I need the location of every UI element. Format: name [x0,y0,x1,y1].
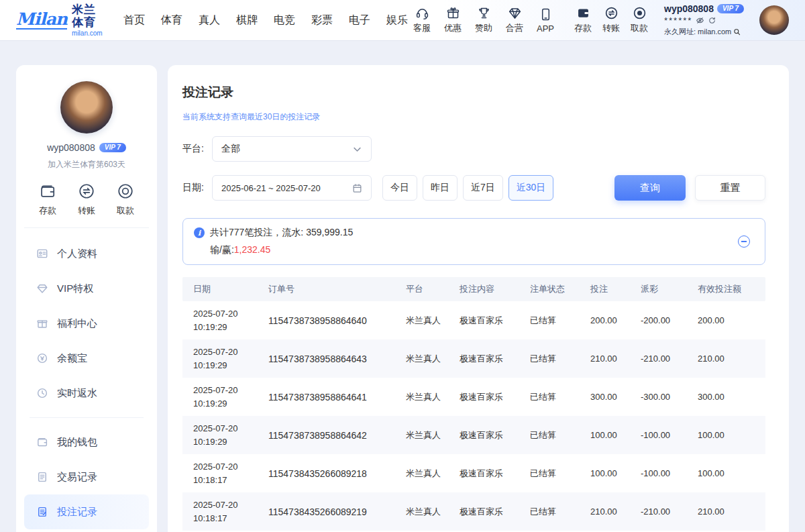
cell-date: 2025-07-20 10:19:29 [193,422,268,448]
membership-days: 加入米兰体育第603天 [24,159,149,170]
nav-menu-item[interactable]: 彩票 [311,13,333,28]
reset-button[interactable]: 重置 [695,175,765,201]
eye-off-icon[interactable] [696,16,704,25]
table-row[interactable]: 2025-07-20 10:19:29 1154738738958864641 … [182,378,765,416]
table-row[interactable]: 2025-07-20 10:19:29 1154738738958864643 … [182,339,765,378]
table-row[interactable]: 2025-07-20 10:19:29 1154738738958864640 … [182,301,765,339]
profile-avatar[interactable] [60,81,113,134]
quick-range-button[interactable]: 今日 [382,175,417,201]
transfer-icon [604,6,619,20]
nav-promo-label: 优惠 [444,22,462,34]
nav-menu-item[interactable]: 体育 [161,13,182,28]
cell-date: 2025-07-20 10:19:29 [193,307,268,333]
nav-partner-button[interactable]: 合营 [500,6,529,34]
gift-box-icon [36,317,48,329]
quick-range-button[interactable]: 近7日 [463,175,503,201]
nav-wallet-group: 存款 转账 取款 [569,6,653,34]
user-avatar[interactable] [759,5,789,35]
quick-range-button[interactable]: 昨日 [423,175,458,201]
table-row[interactable]: 2025-07-20 10:19:29 1154738738958864642 … [182,416,765,454]
calendar-icon [352,183,362,193]
cell-order-number: 1154738738958864642 [268,430,406,441]
nav-service-button[interactable]: 客服 [408,6,436,34]
target-coin-icon [117,182,134,200]
nav-withdraw-button[interactable]: 取款 [625,6,653,34]
nav-menu-item[interactable]: 娱乐 [386,13,408,28]
sidebar-item-transactions[interactable]: 交易记录 [24,460,149,494]
cell-valid-amount: 200.00 [698,315,765,325]
search-button[interactable]: 查询 [614,175,686,201]
summary-totals: 共计777笔投注，流水: 359,999.15 [210,227,353,239]
sidebar-item-yuebao[interactable]: 余额宝 [24,341,149,376]
cell-order-number: 1154738435266089219 [268,507,406,517]
date-range-value: 2025-06-21 ~ 2025-07-20 [221,183,321,193]
table-row[interactable]: 2025-07-20 10:18:17 1154738435266089219 … [182,492,765,531]
cell-bet-content: 极速百家乐 [460,353,530,365]
phone-icon [539,7,553,21]
brand-logo[interactable]: Milan 米兰体育 milan.com [16,3,105,38]
nav-promo-button[interactable]: 优惠 [439,6,467,34]
cell-platform: 米兰真人 [406,315,460,327]
sidebar-item-rebate[interactable]: 实时返水 [24,376,149,411]
sidebar-item-profile[interactable]: 个人资料 [24,236,149,271]
nav-menu-item[interactable]: 棋牌 [236,13,258,28]
cell-platform: 米兰真人 [406,429,460,441]
sidebar-item-bet-records[interactable]: 投注记录 [24,494,149,529]
nav-menu-item[interactable]: 真人 [199,13,220,28]
transfer-circle-icon [78,182,95,200]
sidebar-transfer-label: 转账 [78,205,95,217]
platform-selected-value: 全部 [221,143,240,155]
top-navbar: Milan 米兰体育 milan.com 首页 体育 真人 棋牌 电竞 彩票 电… [0,0,805,40]
quick-range-button[interactable]: 近30日 [508,175,554,201]
sidebar: wyp080808 VIP 7 加入米兰体育第603天 存款 转账 取款 [16,65,157,532]
cell-bet-amount: 100.00 [590,430,641,440]
realtime-rebate-icon [36,387,48,399]
deposit-icon [576,6,590,20]
sidebar-deposit-button[interactable]: 存款 [39,182,56,217]
collapse-summary-icon[interactable] [738,235,750,248]
sidebar-withdraw-button[interactable]: 取款 [117,182,134,217]
platform-select[interactable]: 全部 [212,136,372,162]
col-header-bet: 投注 [590,283,641,295]
nav-menu-item[interactable]: 电竞 [274,13,295,28]
table-row[interactable]: 2025-07-20 10:18:17 1154738435266089218 … [182,454,765,492]
col-header-valid: 有效投注额 [698,283,765,295]
col-header-order: 订单号 [268,283,406,295]
col-header-content: 投注内容 [460,283,530,295]
vip-badge: VIP 7 [717,4,744,13]
coin-icon [36,352,48,364]
refresh-icon[interactable] [708,16,716,25]
sidebar-item-vip[interactable]: VIP特权 [24,271,149,306]
nav-menu-item[interactable]: 首页 [123,13,145,28]
nav-sponsor-button[interactable]: 赞助 [470,6,498,34]
cell-bet-amount: 300.00 [590,392,641,402]
nav-deposit-button[interactable]: 存款 [569,6,597,34]
table-header-row: 日期 订单号 平台 投注内容 注单状态 投注 派彩 有效投注额 [182,277,765,301]
cell-status: 已结算 [530,315,590,327]
search-icon[interactable] [733,28,741,36]
brand-title: 米兰体育 [72,3,105,30]
bet-records-table: 日期 订单号 平台 投注内容 注单状态 投注 派彩 有效投注额 2025-07-… [182,277,765,531]
sidebar-item-label: VIP特权 [57,282,93,295]
sidebar-item-wallet[interactable]: 我的钱包 [24,425,149,460]
page-subtitle: 当前系统支持查询最近30日的投注记录 [182,111,765,123]
sidebar-vip-badge: VIP 7 [99,143,126,152]
cell-status: 已结算 [530,468,590,480]
sidebar-menu: 个人资料 VIP特权 福利中心 余额宝 实时返水 [24,228,149,529]
user-info-block: wyp080808 VIP 7 ****** 永久网址: milan.com [664,3,750,37]
cell-date-day: 2025-07-20 [193,307,268,321]
cell-valid-amount: 210.00 [698,507,765,517]
masked-balance: ****** [664,15,692,25]
cell-order-number: 1154738738958864641 [268,392,406,403]
sidebar-item-welfare[interactable]: 福利中心 [24,306,149,341]
nav-partner-label: 合营 [506,22,523,34]
nav-app-button[interactable]: APP [531,7,559,34]
sidebar-username: wyp080808 [47,142,95,153]
nav-menu-item[interactable]: 电子 [349,13,370,28]
date-range-input[interactable]: 2025-06-21 ~ 2025-07-20 [212,175,372,201]
nav-withdraw-label: 取款 [631,22,648,34]
nav-transfer-button[interactable]: 转账 [597,6,625,34]
cell-valid-amount: 210.00 [698,354,765,364]
sidebar-transfer-button[interactable]: 转账 [78,182,95,217]
nav-transfer-label: 转账 [602,22,620,34]
